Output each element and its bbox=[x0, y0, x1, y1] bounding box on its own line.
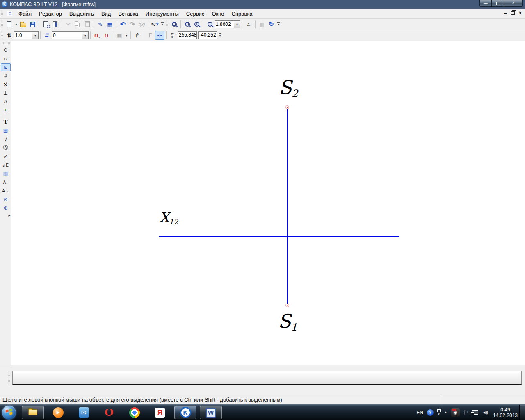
text-tool-button[interactable]: Т bbox=[1, 118, 11, 126]
panel-expander-button[interactable]: ▸ bbox=[8, 213, 10, 217]
ortho-mode-button[interactable]: Γ bbox=[146, 31, 155, 40]
measure-tool-button[interactable]: ⊙ bbox=[1, 46, 11, 54]
taskbar-word-button[interactable]: W bbox=[198, 405, 224, 420]
dimensions-tool-button[interactable]: ↦ bbox=[1, 55, 11, 63]
tolerance-tool-button[interactable]: ⊘ bbox=[1, 195, 11, 203]
cursor-step-dropdown-button[interactable]: ▾ bbox=[32, 32, 38, 39]
toolbar-overflow-button[interactable]: ▾ bbox=[217, 31, 223, 39]
menu-service[interactable]: Сервис bbox=[183, 9, 208, 18]
document-system-icon[interactable]: -□ bbox=[7, 11, 12, 16]
mdi-restore-button[interactable] bbox=[511, 11, 515, 15]
action-center-flag-icon[interactable]: ⚐ bbox=[463, 409, 469, 416]
mdi-close-button[interactable]: × bbox=[519, 10, 522, 16]
steam-tray-icon[interactable]: ◉ bbox=[451, 408, 460, 417]
center-marker-tool-button[interactable]: ⊕ bbox=[1, 204, 11, 212]
taskbar-yandex-button[interactable]: Я bbox=[147, 405, 173, 420]
leader-tool-button[interactable]: ↙ bbox=[1, 152, 11, 160]
zoom-show-all-button[interactable] bbox=[169, 20, 179, 29]
toolbar-grip[interactable] bbox=[166, 20, 168, 28]
menu-help[interactable]: Справка bbox=[228, 9, 256, 18]
kompas-app-icon[interactable]: K bbox=[2, 1, 8, 7]
paste-button[interactable] bbox=[82, 20, 92, 29]
current-layer-input[interactable] bbox=[52, 32, 82, 39]
variables-button[interactable]: ▦ bbox=[105, 20, 114, 29]
horizontal-axis-line[interactable] bbox=[159, 236, 399, 237]
menu-select[interactable]: Выделить bbox=[66, 9, 98, 18]
fx-button[interactable]: f(x) bbox=[137, 20, 146, 29]
taskbar-kompas-button[interactable]: K bbox=[173, 405, 198, 420]
copy-button[interactable] bbox=[73, 20, 82, 29]
measurements-2d-tool-button[interactable]: A bbox=[1, 98, 11, 106]
editing-tool-button[interactable]: ⚒ bbox=[1, 80, 11, 89]
datum-tool-button[interactable]: Ⓐ bbox=[1, 144, 11, 152]
view-designation-tool-button[interactable]: ▥ bbox=[1, 169, 11, 178]
hatch-tool-button[interactable]: # bbox=[1, 72, 11, 80]
roughness-tool-button[interactable]: √ bbox=[1, 135, 11, 143]
save-button[interactable] bbox=[28, 20, 37, 29]
compact-panel-grip[interactable] bbox=[2, 42, 10, 44]
menu-insert[interactable]: Вставка bbox=[114, 9, 142, 18]
coordinate-y-field[interactable] bbox=[198, 31, 217, 39]
maximize-button[interactable] bbox=[492, 0, 504, 7]
menu-file[interactable]: Файл bbox=[15, 9, 35, 18]
selection-tool-button[interactable]: ± bbox=[1, 106, 11, 114]
text-down-tool-button[interactable]: A↓ bbox=[1, 178, 11, 186]
clock[interactable]: 0:4914.02.2013 bbox=[493, 407, 518, 418]
mdi-minimize-button[interactable]: – bbox=[504, 10, 507, 16]
table-tool-button[interactable]: ▦ bbox=[1, 126, 11, 135]
snap-toggle-button[interactable]: U bbox=[102, 31, 111, 40]
cursor-step-combo[interactable]: ▾ bbox=[14, 31, 39, 39]
refresh-view-button[interactable]: ↻ bbox=[267, 20, 276, 29]
toolbar-grip[interactable] bbox=[1, 20, 3, 28]
menu-view[interactable]: Вид bbox=[98, 9, 115, 18]
language-indicator[interactable]: EN bbox=[416, 410, 423, 415]
endpoint-marker-bottom[interactable] bbox=[285, 304, 289, 307]
tray-help-icon[interactable]: ? bbox=[427, 409, 434, 416]
leader-e-tool-button[interactable]: ↙E bbox=[1, 161, 11, 169]
layers-button[interactable]: ≡ bbox=[41, 31, 52, 40]
endpoint-marker-top[interactable] bbox=[285, 105, 289, 109]
cursor-step-input[interactable] bbox=[14, 32, 32, 39]
taskbar-media-player-button[interactable]: ▶ bbox=[46, 405, 71, 420]
label-x12[interactable]: X12 bbox=[160, 211, 178, 226]
designations-tool-button[interactable]: ⊾ bbox=[1, 63, 11, 71]
new-document-caret[interactable]: ▾ bbox=[14, 23, 18, 26]
zoom-scale-combo[interactable]: ▾ bbox=[215, 20, 240, 28]
redo-button[interactable]: ↷ bbox=[128, 20, 137, 29]
rebuild-button[interactable]: ▥ bbox=[257, 20, 267, 29]
show-desktop-button[interactable] bbox=[519, 405, 525, 420]
toolbar-overflow-button[interactable]: ▾ bbox=[160, 20, 165, 28]
grid-button[interactable]: ▦ bbox=[115, 31, 124, 40]
new-document-button[interactable] bbox=[5, 20, 14, 29]
roundoff-snap-button[interactable]: ⊹ bbox=[155, 31, 164, 40]
print-preview-button[interactable] bbox=[41, 20, 50, 29]
network-tray-icon[interactable] bbox=[472, 410, 478, 415]
parametrization-tool-button[interactable]: ⊥ bbox=[1, 89, 11, 97]
property-panel-grip[interactable] bbox=[8, 371, 10, 385]
open-button[interactable] bbox=[18, 20, 28, 29]
snap-settings-button[interactable]: U.. bbox=[92, 31, 102, 40]
menu-editor[interactable]: Редактор bbox=[35, 9, 66, 18]
current-layer-combo[interactable]: ▾ bbox=[52, 31, 89, 39]
tray-window-icon[interactable]: ▾ bbox=[437, 409, 441, 416]
current-layer-dropdown-button[interactable]: ▾ bbox=[82, 32, 88, 39]
cursor-step-button[interactable]: ⇅ bbox=[5, 31, 14, 40]
context-help-button[interactable]: ↖? bbox=[150, 20, 160, 29]
cut-button[interactable]: ✂ bbox=[64, 20, 73, 29]
menubar-grip[interactable] bbox=[1, 10, 3, 17]
toolbar-overflow-button[interactable]: ▾ bbox=[276, 20, 281, 28]
toolbar-grip[interactable] bbox=[1, 31, 3, 39]
taskbar-opera-button[interactable]: O bbox=[96, 405, 122, 420]
vertical-axis-line[interactable] bbox=[287, 107, 288, 306]
object-properties-button[interactable]: ✎ bbox=[96, 20, 105, 29]
label-s2[interactable]: S2 bbox=[279, 78, 298, 99]
show-hidden-icons-button[interactable]: ▲ bbox=[444, 411, 447, 414]
close-button[interactable]: × bbox=[504, 0, 523, 7]
zoom-scale-input[interactable] bbox=[215, 21, 234, 27]
coordinate-x-field[interactable] bbox=[178, 31, 197, 39]
minimize-button[interactable]: — bbox=[479, 0, 492, 7]
drawing-canvas[interactable]: S2 X12 S1 bbox=[11, 41, 525, 365]
start-button[interactable] bbox=[2, 406, 16, 420]
pan-button[interactable]: ↔↕ bbox=[244, 20, 253, 29]
taskbar-chrome-button[interactable] bbox=[122, 405, 147, 420]
